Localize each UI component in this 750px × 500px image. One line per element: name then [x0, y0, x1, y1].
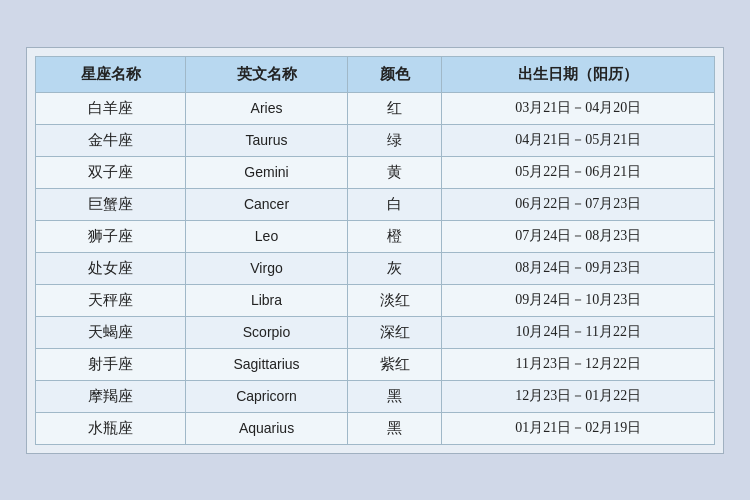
table-row: 射手座Sagittarius紫红11月23日－12月22日 [36, 348, 715, 380]
cell-chinese-name: 处女座 [36, 252, 186, 284]
cell-english-name: Sagittarius [186, 348, 348, 380]
col-header-chinese: 星座名称 [36, 56, 186, 92]
cell-english-name: Libra [186, 284, 348, 316]
cell-chinese-name: 天蝎座 [36, 316, 186, 348]
cell-color: 灰 [347, 252, 442, 284]
cell-chinese-name: 白羊座 [36, 92, 186, 124]
col-header-dates: 出生日期（阳历） [442, 56, 715, 92]
cell-color: 淡红 [347, 284, 442, 316]
table-row: 处女座Virgo灰08月24日－09月23日 [36, 252, 715, 284]
zodiac-table-container: 星座名称 英文名称 颜色 出生日期（阳历） 白羊座Aries红03月21日－04… [26, 47, 724, 454]
cell-color: 黑 [347, 412, 442, 444]
cell-english-name: Leo [186, 220, 348, 252]
cell-dates: 09月24日－10月23日 [442, 284, 715, 316]
cell-english-name: Taurus [186, 124, 348, 156]
cell-chinese-name: 天秤座 [36, 284, 186, 316]
cell-english-name: Virgo [186, 252, 348, 284]
cell-color: 黑 [347, 380, 442, 412]
cell-english-name: Cancer [186, 188, 348, 220]
cell-dates: 01月21日－02月19日 [442, 412, 715, 444]
col-header-color: 颜色 [347, 56, 442, 92]
table-row: 金牛座Taurus绿04月21日－05月21日 [36, 124, 715, 156]
cell-chinese-name: 狮子座 [36, 220, 186, 252]
cell-english-name: Scorpio [186, 316, 348, 348]
zodiac-table: 星座名称 英文名称 颜色 出生日期（阳历） 白羊座Aries红03月21日－04… [35, 56, 715, 445]
table-row: 天蝎座Scorpio深红10月24日－11月22日 [36, 316, 715, 348]
cell-chinese-name: 双子座 [36, 156, 186, 188]
cell-color: 白 [347, 188, 442, 220]
cell-color: 橙 [347, 220, 442, 252]
cell-chinese-name: 摩羯座 [36, 380, 186, 412]
table-row: 狮子座Leo橙07月24日－08月23日 [36, 220, 715, 252]
cell-english-name: Aries [186, 92, 348, 124]
table-row: 天秤座Libra淡红09月24日－10月23日 [36, 284, 715, 316]
table-row: 双子座Gemini黄05月22日－06月21日 [36, 156, 715, 188]
cell-english-name: Gemini [186, 156, 348, 188]
table-row: 摩羯座Capricorn黑12月23日－01月22日 [36, 380, 715, 412]
table-row: 白羊座Aries红03月21日－04月20日 [36, 92, 715, 124]
cell-color: 红 [347, 92, 442, 124]
cell-english-name: Capricorn [186, 380, 348, 412]
cell-dates: 10月24日－11月22日 [442, 316, 715, 348]
cell-color: 深红 [347, 316, 442, 348]
table-row: 巨蟹座Cancer白06月22日－07月23日 [36, 188, 715, 220]
table-row: 水瓶座Aquarius黑01月21日－02月19日 [36, 412, 715, 444]
cell-chinese-name: 金牛座 [36, 124, 186, 156]
cell-chinese-name: 水瓶座 [36, 412, 186, 444]
col-header-english: 英文名称 [186, 56, 348, 92]
cell-dates: 12月23日－01月22日 [442, 380, 715, 412]
cell-color: 紫红 [347, 348, 442, 380]
cell-english-name: Aquarius [186, 412, 348, 444]
cell-dates: 08月24日－09月23日 [442, 252, 715, 284]
cell-color: 黄 [347, 156, 442, 188]
cell-chinese-name: 巨蟹座 [36, 188, 186, 220]
cell-chinese-name: 射手座 [36, 348, 186, 380]
cell-dates: 05月22日－06月21日 [442, 156, 715, 188]
cell-dates: 03月21日－04月20日 [442, 92, 715, 124]
table-header-row: 星座名称 英文名称 颜色 出生日期（阳历） [36, 56, 715, 92]
cell-color: 绿 [347, 124, 442, 156]
cell-dates: 06月22日－07月23日 [442, 188, 715, 220]
cell-dates: 04月21日－05月21日 [442, 124, 715, 156]
cell-dates: 07月24日－08月23日 [442, 220, 715, 252]
cell-dates: 11月23日－12月22日 [442, 348, 715, 380]
